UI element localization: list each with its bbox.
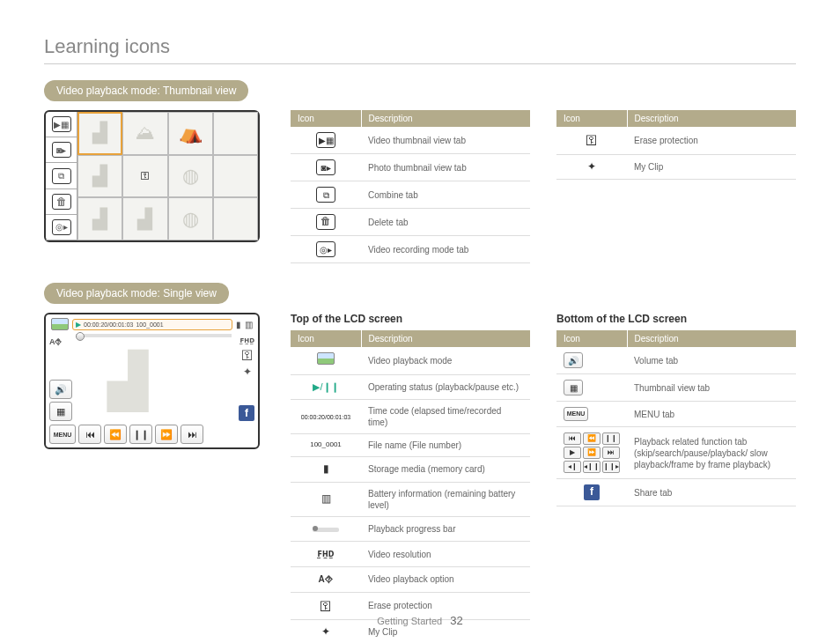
skip-back-button[interactable]: ⏮ [78,425,101,444]
playback-mode-icon [317,352,335,365]
lock-icon [241,348,254,362]
progress-bar[interactable] [76,334,232,337]
combine-icon: ⧉ [316,187,335,203]
table-row: ▮Storage media (memory card) [291,457,530,483]
table-row: ◙▸Photo thumbnail view tab [291,154,530,181]
playback-option-icon: A⯑ [318,574,333,584]
col-icon: Icon [291,110,361,127]
video-option-icon: A⯑ [49,337,63,346]
skip-fwd-button[interactable]: ⏭ [181,425,203,444]
page-number: 32 [450,614,462,627]
col-icon: Icon [556,110,627,127]
video-thumb-icon: ▶▦ [316,132,335,148]
table-row: 🔊Volume tab [556,347,796,374]
table-row: ▶▦Video thumbnail view tab [291,127,530,154]
tab-video-record-icon[interactable]: ◎▸ [46,215,77,240]
thumbnail-tabs-table: IconDescription ▶▦Video thumbnail view t… [291,110,530,263]
table-row: A⯑Video playback option [291,566,530,592]
play-indicator-icon: ▶ [76,321,81,329]
menu-button[interactable]: MENU [49,425,76,444]
rewind-button[interactable]: ⏪ [104,425,127,444]
thumbnail-view-illustration: ▶▦ ◙▸ ⧉ ◎▸ ▟ ⛰ ⛺ ▟ ⚿ ◍ ▟ ▟ ◍ [44,110,260,242]
thumbnail-right-table: IconDescription Erase protection My Clip [556,110,796,180]
table-row: Playback progress bar [291,516,530,542]
table-row: ◎▸Video recording mode tab [291,236,530,263]
pill-single-view: Video playback mode: Single view [44,283,229,304]
table-row: MENUMENU tab [556,402,796,427]
storage-card-icon: ▮ [323,462,329,475]
table-row: Erase protection [556,127,796,154]
record-mode-icon: ◎▸ [316,241,335,257]
table-row: My Clip [556,154,796,180]
menu-tab-icon: MENU [564,407,588,421]
progress-bar-icon [313,528,339,532]
hd-icon: F̲H̲D̲ [240,337,254,344]
pause-button[interactable]: ❙❙ [129,425,152,444]
bottom-lcd-table: IconDescription 🔊Volume tab ▦Thumbnail v… [556,330,796,506]
table-row: F̲H̲D̲Video resolution [291,542,530,567]
share-tab-icon: f [584,484,600,500]
tab-photo-thumb-icon[interactable]: ◙▸ [46,137,77,163]
pill-thumbnail-view: Video playback mode: Thumbnail view [44,80,248,101]
playback-mode-icon [51,318,69,330]
my-clip-icon [321,625,330,639]
table-row: fShare tab [556,479,796,506]
table-row: ⏮⏪❙❙ ▶⏩⏭ ◂❙◂❙❙❙❙▸ Playback related funct… [556,427,796,479]
single-view-illustration: ▶ 00:00:20/00:01:03 100_0001 ▮ ▥ A⯑ F̲H̲… [44,313,260,449]
volume-tab-icon: 🔊 [564,352,583,368]
thumbnail-button[interactable]: ▦ [49,402,72,421]
battery-level-icon: ▥ [321,492,331,505]
table-row: ▦Thumbnail view tab [556,374,796,402]
tab-combine-icon[interactable]: ⧉ [46,163,77,188]
table-row: Video playback mode [291,347,530,374]
tab-delete-icon[interactable] [46,189,77,215]
bottom-lcd-heading: Bottom of the LCD screen [556,313,796,325]
table-row: ▥Battery information (remaining battery … [291,482,530,516]
card-icon: ▮ [236,320,241,329]
clip-icon [243,366,252,378]
table-row: 00:00:20/00:01:03Time code (elapsed time… [291,400,530,434]
delete-icon [316,214,335,230]
forward-button[interactable]: ⏩ [155,425,178,444]
filename-label: 100_0001 [136,322,163,328]
tab-video-thumb-icon[interactable]: ▶▦ [46,112,77,137]
battery-icon: ▥ [245,320,253,329]
thumbnail-tab-icon: ▦ [564,380,583,395]
table-row: ▶/❙❙Operating status (playback/pause etc… [291,374,530,400]
col-desc: Description [361,110,530,127]
col-desc: Description [627,110,796,127]
footer-section: Getting Started [377,616,442,626]
share-fb-icon[interactable]: f [239,405,254,421]
top-lcd-heading: Top of the LCD screen [291,313,530,325]
table-row: ⧉Combine tab [291,181,530,209]
filename-text: 100_0001 [291,434,361,457]
timecode-text: 00:00:20/00:01:03 [291,400,361,434]
my-clip-icon [587,160,596,174]
erase-protection-icon [586,132,598,148]
table-row: 100_0001File name (File number) [291,434,530,457]
table-row: Delete tab [291,209,530,236]
playback-buttons-group: ⏮⏪❙❙ ▶⏩⏭ ◂❙◂❙❙❙❙▸ [564,432,620,473]
resolution-icon: F̲H̲D̲ [318,551,335,558]
erase-protection-icon [320,598,332,614]
top-lcd-table: IconDescription Video playback mode ▶/❙❙… [291,330,530,643]
page-title: Learning icons [44,35,796,64]
photo-thumb-icon: ◙▸ [316,159,335,175]
timecode-label: 00:00:20/00:01:03 [84,322,133,328]
page-footer: Getting Started 32 [0,614,840,627]
volume-button[interactable]: 🔊 [49,380,72,399]
play-pause-icon: ▶/❙❙ [313,381,338,392]
